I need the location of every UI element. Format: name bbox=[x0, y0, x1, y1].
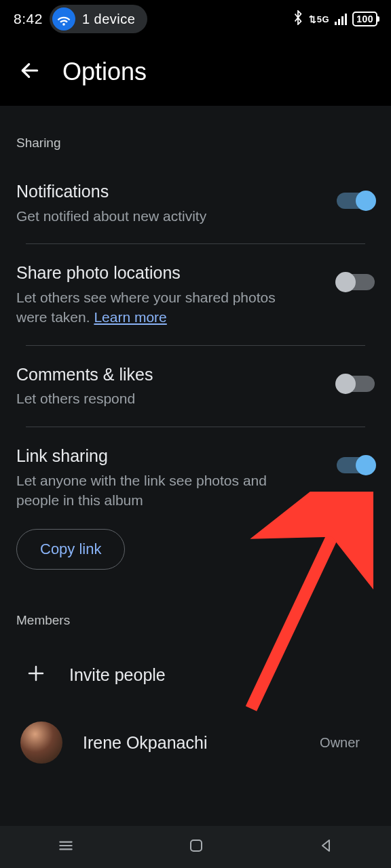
nav-back-icon[interactable] bbox=[318, 837, 334, 856]
battery-indicator: 100 bbox=[352, 12, 377, 26]
system-nav-bar bbox=[0, 826, 391, 868]
cast-device-label: 1 device bbox=[82, 12, 136, 27]
section-header-members: Members bbox=[16, 576, 375, 640]
member-row[interactable]: Irene Okpanachi Owner bbox=[16, 709, 375, 770]
nav-home-icon[interactable] bbox=[188, 837, 204, 856]
toggle-link-sharing[interactable] bbox=[337, 457, 375, 473]
toggle-comments-likes[interactable] bbox=[337, 376, 375, 392]
app-header: Options bbox=[0, 38, 391, 106]
section-header-sharing: Sharing bbox=[16, 106, 375, 163]
avatar bbox=[20, 722, 62, 764]
cast-device-pill[interactable]: 1 device bbox=[50, 5, 148, 33]
status-time: 8:42 bbox=[14, 11, 43, 27]
toggle-share-locations[interactable] bbox=[337, 274, 375, 290]
back-button[interactable] bbox=[19, 60, 41, 84]
setting-share-locations[interactable]: Share photo locations Let others see whe… bbox=[16, 244, 375, 345]
network-type: ⇅5G bbox=[309, 14, 329, 24]
plus-icon bbox=[26, 663, 46, 686]
page-title: Options bbox=[62, 58, 147, 86]
setting-desc: Get notified about new activity bbox=[16, 206, 310, 226]
toggle-notifications[interactable] bbox=[337, 193, 375, 209]
member-role: Owner bbox=[320, 735, 368, 751]
status-bar: 8:42 1 device ⇅5G 100 bbox=[0, 0, 391, 38]
setting-comments-likes[interactable]: Comments & likes Let others respond bbox=[16, 346, 375, 427]
setting-label: Notifications bbox=[16, 180, 310, 203]
signal-icon bbox=[335, 13, 347, 25]
wifi-icon bbox=[52, 7, 75, 31]
svg-rect-0 bbox=[191, 840, 202, 851]
setting-label: Link sharing bbox=[16, 445, 310, 468]
setting-notifications[interactable]: Notifications Get notified about new act… bbox=[16, 163, 375, 243]
nav-recents-icon[interactable] bbox=[57, 837, 75, 857]
setting-label: Share photo locations bbox=[16, 262, 310, 285]
setting-label: Comments & likes bbox=[16, 363, 310, 387]
invite-people-row[interactable]: Invite people bbox=[16, 640, 375, 709]
bluetooth-icon bbox=[293, 10, 303, 28]
setting-desc: Let others see where your shared photos … bbox=[16, 288, 310, 328]
member-name: Irene Okpanachi bbox=[83, 733, 299, 753]
setting-desc: Let others respond bbox=[16, 389, 310, 408]
setting-link-sharing[interactable]: Link sharing Let anyone with the link se… bbox=[16, 427, 375, 519]
setting-desc: Let anyone with the link see photos and … bbox=[16, 471, 310, 511]
copy-link-button[interactable]: Copy link bbox=[16, 529, 125, 570]
invite-people-label: Invite people bbox=[69, 665, 166, 685]
learn-more-link[interactable]: Learn more bbox=[94, 309, 166, 325]
